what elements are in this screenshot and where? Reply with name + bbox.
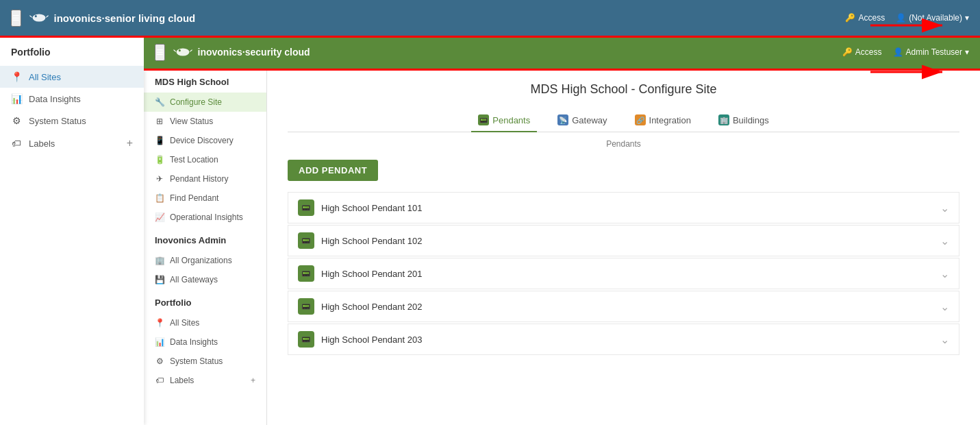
pendant-device-icon: 📟 <box>298 232 314 249</box>
sidebar-item-all-sites[interactable]: 📍 All Sites <box>0 66 144 88</box>
security-user-menu-button[interactable]: 👤 Admin Testuser ▾ <box>893 47 969 57</box>
add-portfolio-label-button[interactable]: + <box>251 376 255 385</box>
hamburger-button[interactable]: ≡ <box>11 10 21 27</box>
find-pendant-item[interactable]: 📋 Find Pendant <box>144 189 266 208</box>
sidebar-item-label: Labels <box>29 138 120 149</box>
portfolio-chart-icon: 📊 <box>155 337 164 347</box>
configure-site-item[interactable]: 🔧 Configure Site <box>144 93 266 112</box>
test-location-label: Test Location <box>170 155 218 165</box>
find-pendant-icon: 📋 <box>155 193 164 203</box>
mds-section-title: MDS High School <box>144 69 266 93</box>
gateways-icon: 💾 <box>155 275 164 284</box>
senior-living-header: ≡ inovonics·senior living cloud 🔑 Access <box>0 0 980 36</box>
pendant-item-left: 📟 High School Pendant 202 <box>298 298 422 315</box>
portfolio-all-sites-label: All Sites <box>170 318 199 328</box>
portfolio-system-status-label: System Status <box>170 356 223 366</box>
security-app-title: inovonics·security cloud <box>198 47 310 58</box>
pendant-item-102[interactable]: 📟 High School Pendant 102 ⌄ <box>288 225 959 256</box>
hamburger-icon: ≡ <box>12 11 20 25</box>
tab-integration[interactable]: 🔗 Integration <box>628 110 698 132</box>
operational-insights-label: Operational Insights <box>170 212 243 222</box>
tab-gateway[interactable]: 📡 Gateway <box>551 110 614 132</box>
chevron-down-icon: ⌄ <box>940 234 949 247</box>
pendant-label: High School Pendant 203 <box>321 335 422 345</box>
sidebar-item-label: System Status <box>29 116 133 126</box>
pendant-tab-icon: 📟 <box>478 114 489 125</box>
main-area: Portfolio 📍 All Sites 📊 Data Insights ⚙ … <box>0 36 980 425</box>
pendant-item-201[interactable]: 📟 High School Pendant 201 ⌄ <box>288 258 959 289</box>
operational-insights-item[interactable]: 📈 Operational Insights <box>144 208 266 227</box>
pendant-label: High School Pendant 201 <box>321 269 422 279</box>
portfolio-system-status-item[interactable]: ⚙ System Status <box>144 352 266 371</box>
all-organizations-item[interactable]: 🏢 All Organizations <box>144 251 266 270</box>
inner-layout: MDS High School 🔧 Configure Site ⊞ View … <box>144 69 980 425</box>
tab-pendants[interactable]: 📟 Pendants <box>471 110 537 132</box>
pendant-item-101[interactable]: 📟 High School Pendant 101 ⌄ <box>288 192 959 223</box>
pendant-list: 📟 High School Pendant 101 ⌄ 📟 High Schoo… <box>288 192 959 356</box>
pendant-history-label: Pendant History <box>170 174 228 184</box>
chevron-down-icon: ⌄ <box>940 202 949 215</box>
portfolio-section-title: Portfolio <box>144 289 266 313</box>
find-pendant-label: Find Pendant <box>170 193 218 203</box>
device-discovery-item[interactable]: 📱 Device Discovery <box>144 131 266 150</box>
main-content-area: MDS High School - Configure Site 📟 Penda… <box>267 69 980 425</box>
security-dropdown-icon: ▾ <box>965 47 969 57</box>
pendant-label: High School Pendant 102 <box>321 236 422 246</box>
portfolio-title: Portfolio <box>0 47 144 66</box>
portfolio-labels-label: Labels <box>170 376 194 385</box>
add-label-button[interactable]: + <box>127 137 133 149</box>
portfolio-label-icon: 🏷 <box>155 376 164 385</box>
page-title: MDS High School - Configure Site <box>288 82 959 97</box>
sidebar-item-labels[interactable]: 🏷 Labels + <box>0 132 144 155</box>
security-header-right: 🔑 Access 👤 Admin Testuser ▾ <box>842 47 969 57</box>
location-icon: 📍 <box>11 71 22 82</box>
pendant-history-icon: ✈ <box>155 174 164 184</box>
pendant-device-icon: 📟 <box>298 331 314 348</box>
svg-point-5 <box>34 15 36 17</box>
portfolio-data-insights-label: Data Insights <box>170 337 218 347</box>
svg-point-4 <box>32 14 45 22</box>
sidebar-item-system-status[interactable]: ⚙ System Status <box>0 110 144 132</box>
portfolio-location-icon: 📍 <box>155 318 164 328</box>
pendant-tab-label: Pendants <box>492 115 530 125</box>
integration-tab-icon: 🔗 <box>635 114 646 125</box>
chevron-down-icon: ⌄ <box>940 300 949 313</box>
pendant-item-left: 📟 High School Pendant 201 <box>298 265 422 282</box>
pendant-device-icon: 📟 <box>298 298 314 315</box>
pendant-device-icon: 📟 <box>298 265 314 282</box>
sidebar-item-data-insights[interactable]: 📊 Data Insights <box>0 88 144 110</box>
tab-buildings[interactable]: 🏢 Buildings <box>712 110 776 132</box>
view-status-icon: ⊞ <box>155 117 164 126</box>
pendant-history-item[interactable]: ✈ Pendant History <box>144 169 266 189</box>
active-tab-label: Pendants <box>288 139 959 149</box>
tabs-row: 📟 Pendants 📡 Gateway 🔗 Integration <box>288 110 959 132</box>
pendant-item-203[interactable]: 📟 High School Pendant 203 ⌄ <box>288 324 959 355</box>
portfolio-gear-icon: ⚙ <box>155 356 164 366</box>
security-hamburger-button[interactable]: ≡ <box>155 44 165 61</box>
gateway-tab-label: Gateway <box>572 115 607 125</box>
portfolio-all-sites-item[interactable]: 📍 All Sites <box>144 313 266 332</box>
pendant-item-left: 📟 High School Pendant 203 <box>298 331 422 348</box>
test-location-item[interactable]: 🔋 Test Location <box>144 150 266 169</box>
portfolio-data-insights-item[interactable]: 📊 Data Insights <box>144 332 266 352</box>
test-location-icon: 🔋 <box>155 155 164 165</box>
view-status-item[interactable]: ⊞ View Status <box>144 112 266 131</box>
view-status-label: View Status <box>170 117 213 126</box>
all-gateways-label: All Gateways <box>170 275 218 284</box>
sidebar-item-label: Data Insights <box>29 94 133 104</box>
buildings-tab-icon: 🏢 <box>718 114 729 125</box>
svg-point-7 <box>178 49 180 51</box>
all-gateways-item[interactable]: 💾 All Gateways <box>144 270 266 289</box>
gateway-tab-icon: 📡 <box>557 114 568 125</box>
pendant-item-202[interactable]: 📟 High School Pendant 202 ⌄ <box>288 291 959 322</box>
logo-bird-icon <box>28 10 50 25</box>
organizations-icon: 🏢 <box>155 256 164 265</box>
portfolio-labels-item[interactable]: 🏷 Labels + <box>144 371 266 390</box>
security-access-button[interactable]: 🔑 Access <box>842 47 882 57</box>
security-cloud-header: ≡ inovonics·security cloud <box>144 36 980 69</box>
label-icon: 🏷 <box>11 138 22 149</box>
pendant-label: High School Pendant 202 <box>321 302 422 312</box>
svg-point-6 <box>176 49 189 56</box>
add-pendant-button[interactable]: ADD PENDANT <box>288 160 378 181</box>
admin-section-title: Inovonics Admin <box>144 227 266 251</box>
